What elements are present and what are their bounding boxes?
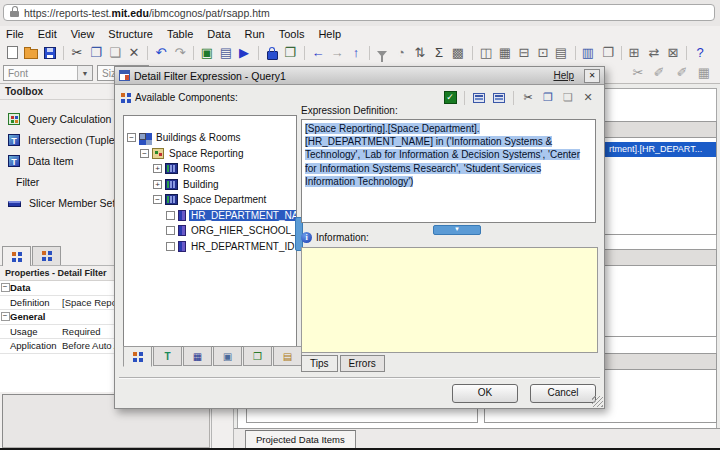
visual-aids-icon[interactable]: ❐: [283, 44, 299, 61]
queries-tab[interactable]: ▦: [183, 346, 212, 366]
run-report-icon[interactable]: ▶: [237, 44, 253, 61]
toolbox-item-icon: [8, 113, 20, 125]
dialog-title-bar[interactable]: Detail Filter Expression - Query1 Help ✕: [115, 67, 604, 85]
suppress-icon[interactable]: ◔: [394, 44, 410, 61]
tree-item[interactable]: − Space Department: [124, 192, 296, 208]
horizontal-splitter-handle[interactable]: ▼: [433, 225, 481, 235]
tree-toggle-icon[interactable]: [166, 242, 175, 251]
headers-footers-icon[interactable]: ⊟: [516, 44, 532, 61]
cancel-button[interactable]: Cancel: [530, 384, 596, 403]
delete-icon[interactable]: ✕: [126, 44, 142, 61]
component-source-tabs: T ▦ ▣ ❐ ▤: [123, 346, 302, 367]
menu-item[interactable]: File: [6, 28, 24, 40]
section-icon[interactable]: ◫: [478, 44, 494, 61]
tree-toggle-icon[interactable]: [166, 226, 175, 235]
tree-toggle-icon[interactable]: +: [153, 164, 162, 173]
menu-item[interactable]: Tools: [279, 28, 305, 40]
conditional-styles-icon[interactable]: ▦: [696, 64, 712, 81]
edit-style-icon[interactable]: ✐: [674, 64, 690, 81]
create-table-icon[interactable]: ▦: [497, 44, 513, 61]
menu-item[interactable]: Help: [318, 28, 341, 40]
sort-icon[interactable]: ⇅: [413, 44, 429, 61]
font-select[interactable]: Font ▼: [3, 65, 93, 81]
ok-button[interactable]: OK: [452, 384, 518, 403]
tree-item[interactable]: − Buildings & Rooms: [124, 130, 296, 146]
back-icon[interactable]: ←: [310, 44, 326, 61]
feedback-tab[interactable]: Errors: [340, 355, 385, 372]
expression-editor[interactable]: [Space Reporting].[Space Department].[HR…: [301, 119, 596, 223]
paste-icon[interactable]: ❏: [107, 44, 123, 61]
help-link[interactable]: Help: [553, 70, 574, 81]
tree-toggle-icon[interactable]: −: [127, 133, 136, 142]
insert-value-icon[interactable]: [491, 89, 507, 106]
menu-item[interactable]: Edit: [38, 28, 57, 40]
tree-item[interactable]: + Rooms: [124, 161, 296, 177]
copy-icon[interactable]: ❐: [88, 44, 104, 61]
forward-icon[interactable]: →: [329, 44, 345, 61]
data-items-tab[interactable]: [32, 246, 61, 265]
functions-tab[interactable]: ▣: [213, 346, 242, 366]
new-report-icon[interactable]: [4, 44, 20, 61]
tree-node-label: Buildings & Rooms: [154, 132, 242, 143]
source-tab[interactable]: [123, 346, 152, 367]
redo-icon[interactable]: ↷: [172, 44, 188, 61]
tree-item[interactable]: HR_DEPARTMENT_ID: [124, 239, 296, 255]
feedback-tab[interactable]: Tips: [301, 355, 338, 372]
toolbox-tab[interactable]: [2, 246, 31, 266]
help-icon[interactable]: ?: [692, 44, 708, 61]
group-collapse-icon[interactable]: [0, 283, 10, 292]
tab-projected-data-items[interactable]: Projected Data Items: [245, 430, 356, 449]
cut-icon[interactable]: ✂: [520, 89, 536, 106]
pivot-icon[interactable]: ▩: [451, 44, 467, 61]
tree-node-icon: [178, 210, 186, 221]
tree-item[interactable]: HR_DEPARTMENT_NA: [124, 208, 296, 224]
tree-item[interactable]: + Building: [124, 177, 296, 193]
page-structure-icon[interactable]: ⊡: [535, 44, 551, 61]
menu-item[interactable]: Run: [245, 28, 265, 40]
close-icon[interactable]: ✕: [584, 69, 600, 83]
tree-toggle-icon[interactable]: [166, 211, 175, 220]
canvas-tab-bar: Projected Data Items: [234, 428, 720, 448]
tree-toggle-icon[interactable]: −: [140, 149, 149, 158]
address-bar[interactable]: https://reports-test.mit.edu/ibmcognos/p…: [3, 4, 715, 21]
validate-report-icon[interactable]: ▣: [199, 44, 215, 61]
swap-rows-columns-icon[interactable]: ⇄: [646, 44, 662, 61]
build-prompt-page-icon[interactable]: ❐: [600, 44, 616, 61]
group-collapse-icon[interactable]: [0, 312, 10, 321]
pick-up-style-icon[interactable]: ✂: [630, 64, 646, 81]
menu-item[interactable]: Data: [207, 28, 230, 40]
paste-icon[interactable]: ❏: [560, 89, 576, 106]
summarize-icon[interactable]: Σ: [432, 44, 448, 61]
tree-node-icon: [165, 163, 178, 174]
apply-style-icon[interactable]: ✐: [652, 64, 668, 81]
pivot-table-icon[interactable]: ⊠: [665, 44, 681, 61]
tree-item[interactable]: − Space Reporting: [124, 146, 296, 162]
copy-icon[interactable]: ❐: [540, 89, 556, 106]
menu-item[interactable]: Structure: [108, 28, 153, 40]
open-report-icon[interactable]: [23, 44, 39, 61]
report-xml-icon[interactable]: ▤: [218, 44, 234, 61]
menu-item[interactable]: View: [71, 28, 95, 40]
undo-icon[interactable]: ↶: [153, 44, 169, 61]
page-set-icon[interactable]: ▤: [554, 44, 570, 61]
expression-toolbar: ✓ ✂ ❐: [442, 89, 596, 106]
parameters-tab[interactable]: ❐: [243, 346, 272, 366]
insert-data-item-icon[interactable]: [471, 89, 487, 106]
data-items-tab[interactable]: T: [153, 346, 182, 366]
go-up-icon[interactable]: ↑: [348, 44, 364, 61]
report-functions-tab[interactable]: ▤: [273, 346, 302, 366]
filters-icon[interactable]: [375, 44, 391, 61]
information-icon: i: [301, 232, 312, 243]
tree-toggle-icon[interactable]: −: [153, 195, 162, 204]
lock-page-objects-icon[interactable]: [264, 44, 280, 61]
tree-item[interactable]: ORG_HIER_SCHOOL_: [124, 223, 296, 239]
menu-item[interactable]: Table: [167, 28, 193, 40]
group-span-icon[interactable]: ▥: [581, 44, 597, 61]
delete-icon[interactable]: ✕: [580, 89, 596, 106]
resize-grip[interactable]: [592, 396, 603, 407]
cut-icon[interactable]: ✂: [69, 44, 85, 61]
save-report-icon[interactable]: [42, 44, 58, 61]
validate-expression-icon[interactable]: ✓: [442, 89, 458, 106]
insert-table-icon[interactable]: ⊞: [627, 44, 643, 61]
tree-toggle-icon[interactable]: +: [153, 180, 162, 189]
